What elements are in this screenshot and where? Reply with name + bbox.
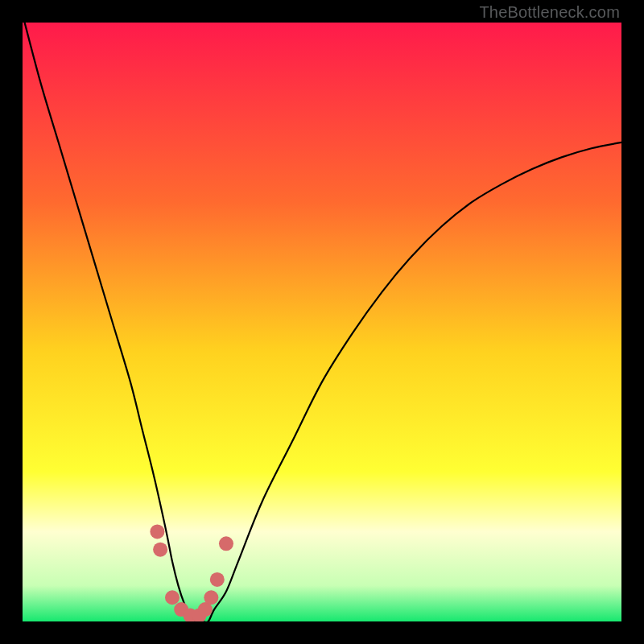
data-marker — [150, 524, 164, 539]
curve-markers — [150, 524, 233, 621]
data-marker — [210, 572, 225, 587]
bottleneck-curve — [23, 23, 621, 621]
data-marker — [219, 536, 233, 551]
chart-frame: TheBottleneck.com — [0, 0, 644, 644]
plot-area — [23, 23, 621, 621]
watermark-text: TheBottleneck.com — [479, 3, 620, 22]
data-marker — [165, 590, 180, 605]
data-marker — [153, 543, 167, 557]
curve-layer — [23, 23, 621, 621]
data-marker — [204, 590, 218, 605]
